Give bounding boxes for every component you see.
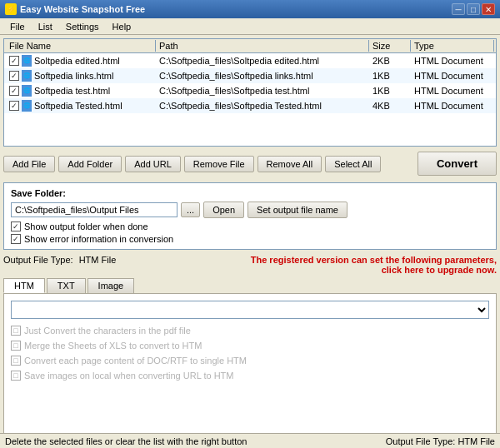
show-output-checkbox[interactable]: ✓ xyxy=(11,222,21,231)
open-button[interactable]: Open xyxy=(203,202,244,218)
app-icon: ⚡ xyxy=(5,3,17,15)
close-button[interactable]: ✕ xyxy=(482,3,495,15)
option-row-4: □ Save images on local when converting U… xyxy=(11,371,489,381)
show-output-folder-row: ✓ Show output folder when done xyxy=(11,222,489,231)
row-checkbox-1[interactable]: ✓ xyxy=(9,56,19,66)
option-label-1: Just Convert the characters in the pdf f… xyxy=(24,326,191,336)
file-name-cell: ✓ 🌐 Softpedia links.html xyxy=(6,69,156,82)
option-checkbox-1: □ xyxy=(11,326,21,336)
tab-image[interactable]: Image xyxy=(88,278,135,293)
status-left: Delete the selected files or clear the l… xyxy=(5,436,247,446)
save-folder-label: Save Folder: xyxy=(11,188,489,198)
file-list-body: ✓ 🌐 Soltpedia edited.html C:\Softpedia_f… xyxy=(4,53,496,145)
remove-file-button[interactable]: Remove File xyxy=(184,156,254,172)
upgrade-notice[interactable]: The registered version can set the follo… xyxy=(247,255,497,275)
select-all-button[interactable]: Select All xyxy=(325,156,381,172)
title-controls: ─ □ ✕ xyxy=(452,3,495,15)
add-url-button[interactable]: Add URL xyxy=(125,156,181,172)
option-checkbox-4: □ xyxy=(11,371,21,381)
option-row-1: □ Just Convert the characters in the pdf… xyxy=(11,326,489,336)
save-folder-row: ... Open Set output file name xyxy=(11,202,489,218)
output-type-row: Output File Type: HTM File The registere… xyxy=(3,255,497,275)
menu-help[interactable]: Help xyxy=(106,20,138,33)
option-label-4: Save images on local when converting URL… xyxy=(24,371,234,381)
output-type-value: HTM File xyxy=(79,255,117,265)
file-type-cell: HTML Document xyxy=(411,70,494,82)
file-icon-1: 🌐 xyxy=(22,55,32,67)
file-size-cell: 1KB xyxy=(369,85,411,97)
file-list-header: File Name Path Size Type xyxy=(4,39,496,53)
menu-bar: File List Settings Help xyxy=(0,18,500,35)
table-row[interactable]: ✓ 🌐 Softpedia test.html C:\Softpedia_fil… xyxy=(4,83,496,98)
output-type-label: Output File Type: HTM File xyxy=(3,255,116,265)
tabs-container: HTM TXT Image xyxy=(3,278,497,293)
status-bar: Delete the selected files or clear the l… xyxy=(0,433,500,448)
browse-button[interactable]: ... xyxy=(181,202,200,217)
file-icon-4: 🌐 xyxy=(22,100,32,112)
show-output-label: Show output folder when done xyxy=(24,222,148,231)
file-size-cell: 1KB xyxy=(369,70,411,82)
status-right: Output File Type: HTM File xyxy=(386,436,495,446)
add-file-button[interactable]: Add File xyxy=(3,156,55,172)
option-label-2: Merge the Sheets of XLS to convert to HT… xyxy=(24,341,202,351)
option-checkbox-2: □ xyxy=(11,341,21,351)
file-size-cell: 2KB xyxy=(369,55,411,67)
header-file-name: File Name xyxy=(6,40,156,52)
maximize-button[interactable]: □ xyxy=(467,3,480,15)
file-icon-3: 🌐 xyxy=(22,85,32,97)
file-size-cell: 4KB xyxy=(369,100,411,112)
file-path-cell: C:\Softpedia_files\Softpedia links.html xyxy=(156,70,369,82)
menu-list[interactable]: List xyxy=(32,20,59,33)
convert-button[interactable]: Convert xyxy=(418,152,497,176)
file-name-cell: ✓ 🌐 Softpedia test.html xyxy=(6,84,156,97)
menu-settings[interactable]: Settings xyxy=(59,20,106,33)
header-type: Type xyxy=(411,40,494,52)
title-bar-left: ⚡ Easy Website Snapshot Free xyxy=(5,3,145,15)
tab-dropdown[interactable] xyxy=(11,301,489,319)
option-checkbox-3: □ xyxy=(11,356,21,366)
option-label-3: Convert each page content of DOC/RTF to … xyxy=(24,356,247,366)
row-checkbox-3[interactable]: ✓ xyxy=(9,86,19,96)
option-row-3: □ Convert each page content of DOC/RTF t… xyxy=(11,356,489,366)
file-type-cell: HTML Document xyxy=(411,55,494,67)
option-row-2: □ Merge the Sheets of XLS to convert to … xyxy=(11,341,489,351)
show-error-label: Show error information in conversion xyxy=(24,234,173,244)
show-error-checkbox[interactable]: ✓ xyxy=(11,234,21,244)
table-row[interactable]: ✓ 🌐 Softpedia links.html C:\Softpedia_fi… xyxy=(4,68,496,83)
row-checkbox-4[interactable]: ✓ xyxy=(9,101,19,111)
main-content: File Name Path Size Type ✓ 🌐 Soltpedia e… xyxy=(0,35,500,448)
tab-content-htm: □ Just Convert the characters in the pdf… xyxy=(3,293,497,445)
add-folder-button[interactable]: Add Folder xyxy=(58,156,122,172)
minimize-button[interactable]: ─ xyxy=(452,3,465,15)
show-error-row: ✓ Show error information in conversion xyxy=(11,234,489,244)
row-checkbox-2[interactable]: ✓ xyxy=(9,71,19,81)
title-bar: ⚡ Easy Website Snapshot Free ─ □ ✕ xyxy=(0,0,500,18)
tab-htm[interactable]: HTM xyxy=(3,278,45,293)
tab-dropdown-row xyxy=(11,301,489,319)
file-path-cell: C:\Softpedia_files\Softpedia Tested.html xyxy=(156,100,369,112)
folder-path-input[interactable] xyxy=(11,202,178,217)
window-title: Easy Website Snapshot Free xyxy=(20,4,145,14)
header-size: Size xyxy=(369,40,411,52)
file-type-cell: HTML Document xyxy=(411,100,494,112)
file-path-cell: C:\Softpedia_files\Softpedia test.html xyxy=(156,85,369,97)
remove-all-button[interactable]: Remove All xyxy=(258,156,322,172)
file-name-cell: ✓ 🌐 Softpedia Tested.html xyxy=(6,99,156,112)
file-name-cell: ✓ 🌐 Soltpedia edited.html xyxy=(6,54,156,67)
file-list-container: File Name Path Size Type ✓ 🌐 Soltpedia e… xyxy=(3,38,497,147)
set-output-file-name-button[interactable]: Set output file name xyxy=(248,202,348,218)
action-buttons: Add File Add Folder Add URL Remove File … xyxy=(3,150,497,177)
table-row[interactable]: ✓ 🌐 Soltpedia edited.html C:\Softpedia_f… xyxy=(4,53,496,68)
save-folder-section: Save Folder: ... Open Set output file na… xyxy=(3,182,497,250)
header-path: Path xyxy=(156,40,369,52)
file-path-cell: C:\Softpedia_files\Soltpedia edited.html xyxy=(156,55,369,67)
file-icon-2: 🌐 xyxy=(22,70,32,82)
table-row[interactable]: ✓ 🌐 Softpedia Tested.html C:\Softpedia_f… xyxy=(4,98,496,113)
file-type-cell: HTML Document xyxy=(411,85,494,97)
tab-txt[interactable]: TXT xyxy=(47,278,86,293)
menu-file[interactable]: File xyxy=(3,20,32,33)
